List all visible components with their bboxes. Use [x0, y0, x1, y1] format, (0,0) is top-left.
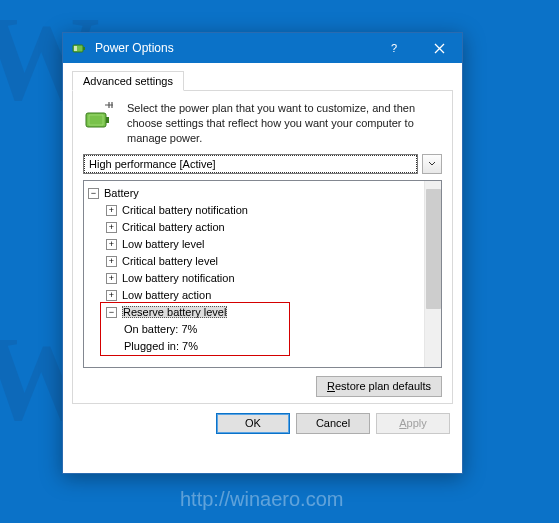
- button-label: estore plan defaults: [335, 380, 431, 392]
- tree-node[interactable]: Critical battery notification: [88, 202, 420, 219]
- svg-rect-1: [83, 47, 85, 50]
- restore-defaults-button[interactable]: Restore plan defaults: [316, 376, 442, 397]
- tree-label-selected: Reserve battery level: [122, 306, 227, 318]
- help-button[interactable]: ?: [372, 33, 417, 63]
- watermark-url-footer: http://winaero.com: [180, 488, 343, 511]
- power-plan-icon: [83, 101, 117, 146]
- tree-label: Low battery notification: [122, 272, 235, 284]
- button-label: pply: [407, 417, 427, 429]
- power-plan-combo[interactable]: High performance [Active]: [83, 154, 418, 174]
- panel: Select the power plan that you want to c…: [72, 91, 453, 404]
- ok-button[interactable]: OK: [216, 413, 290, 434]
- expand-icon[interactable]: [106, 290, 117, 301]
- expand-icon[interactable]: [106, 222, 117, 233]
- tree-node[interactable]: Low battery level: [88, 236, 420, 253]
- settings-tree: Battery Critical battery notification Cr…: [83, 180, 442, 368]
- cancel-button[interactable]: Cancel: [296, 413, 370, 434]
- scrollbar-thumb[interactable]: [426, 189, 441, 309]
- tree-node[interactable]: Low battery notification: [88, 270, 420, 287]
- expand-icon[interactable]: [106, 256, 117, 267]
- power-options-dialog: Power Options ? Advanced settings Select…: [62, 32, 463, 474]
- setting-on-battery[interactable]: On battery: 7%: [88, 321, 420, 338]
- tree-node-battery[interactable]: Battery: [88, 185, 420, 202]
- svg-rect-2: [74, 46, 77, 51]
- accesskey: R: [327, 380, 335, 392]
- setting-value[interactable]: 7%: [181, 323, 197, 335]
- tabstrip: Advanced settings: [72, 70, 453, 91]
- svg-text:?: ?: [391, 42, 397, 54]
- titlebar: Power Options ?: [63, 33, 462, 63]
- tree-label: Battery: [104, 187, 139, 199]
- setting-label: Plugged in:: [124, 340, 179, 352]
- intro-text: Select the power plan that you want to c…: [127, 101, 442, 146]
- tree-node[interactable]: Low battery action: [88, 287, 420, 304]
- tree-node-reserve-battery[interactable]: Reserve battery level: [88, 304, 420, 321]
- tree-node[interactable]: Critical battery action: [88, 219, 420, 236]
- close-button[interactable]: [417, 33, 462, 63]
- expand-icon[interactable]: [106, 273, 117, 284]
- apply-button: Apply: [376, 413, 450, 434]
- tree-label: Critical battery notification: [122, 204, 248, 216]
- chevron-down-icon: [428, 161, 436, 167]
- setting-label: On battery:: [124, 323, 178, 335]
- dropdown-button[interactable]: [422, 154, 442, 174]
- setting-plugged-in[interactable]: Plugged in: 7%: [88, 338, 420, 355]
- expand-icon[interactable]: [106, 239, 117, 250]
- collapse-icon[interactable]: [88, 188, 99, 199]
- window-title: Power Options: [95, 41, 372, 55]
- tree-label: Low battery action: [122, 289, 211, 301]
- tree-node[interactable]: Critical battery level: [88, 253, 420, 270]
- scrollbar[interactable]: [424, 181, 441, 367]
- tree-label: Critical battery action: [122, 221, 225, 233]
- setting-value[interactable]: 7%: [182, 340, 198, 352]
- expand-icon[interactable]: [106, 205, 117, 216]
- tree-label: Critical battery level: [122, 255, 218, 267]
- accesskey: A: [399, 417, 406, 429]
- collapse-icon[interactable]: [106, 307, 117, 318]
- tab-advanced-settings[interactable]: Advanced settings: [72, 71, 184, 91]
- tree-label: Low battery level: [122, 238, 205, 250]
- battery-icon: [71, 40, 87, 56]
- svg-rect-5: [106, 117, 109, 123]
